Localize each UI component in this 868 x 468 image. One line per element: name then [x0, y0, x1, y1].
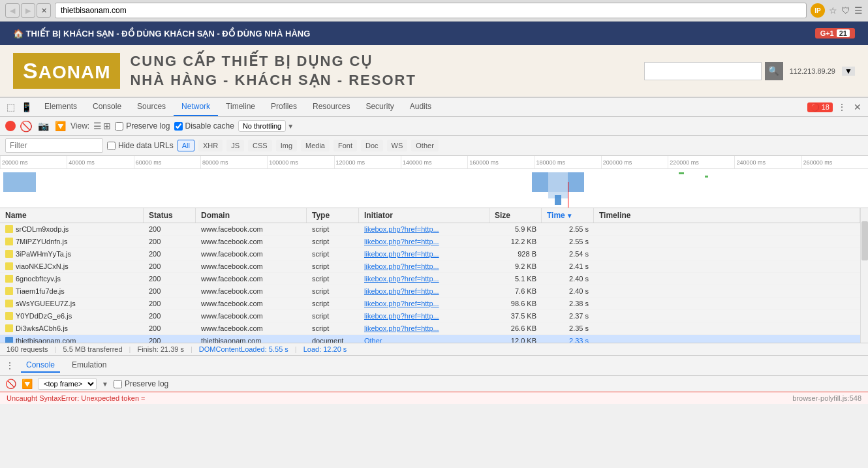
cell-size: 26.6 KB — [489, 322, 542, 334]
filter-other[interactable]: Other — [411, 140, 439, 151]
devtools-left-icons: ⬚ 📱 — [0, 98, 37, 116]
site-search-button[interactable]: 🔍 — [765, 62, 783, 80]
table-row[interactable]: 3iPaWHmYyTa.js 200 www.facebook.com scri… — [0, 248, 860, 260]
table-row[interactable]: thietbisaonam.com 200 thietbisaonam.com … — [0, 335, 860, 343]
timeline-ruler: 20000 ms 40000 ms 60000 ms 80000 ms 1000… — [0, 156, 868, 169]
refresh-button[interactable]: ✕ — [37, 3, 51, 18]
ip-icon[interactable]: IP — [811, 3, 825, 18]
tab-network[interactable]: Network — [174, 98, 218, 116]
col-header-type[interactable]: Type — [307, 208, 359, 223]
filter-input[interactable] — [5, 138, 103, 153]
disable-cache-checkbox[interactable] — [174, 122, 183, 131]
page-scrollbar-top[interactable]: ▼ — [842, 67, 855, 76]
cell-initiator[interactable]: likebox.php?href=http... — [359, 248, 489, 260]
list-view-icon[interactable]: ☰ — [93, 121, 102, 131]
cell-initiator[interactable]: likebox.php?href=http... — [359, 310, 489, 322]
filter-icon[interactable]: 🔽 — [54, 119, 67, 133]
grid-view-icon[interactable]: ⊞ — [103, 121, 111, 131]
cell-initiator[interactable]: likebox.php?href=http... — [359, 273, 489, 285]
site-search-input[interactable] — [644, 62, 762, 80]
col-header-domain[interactable]: Domain — [196, 208, 307, 223]
tab-audits[interactable]: Audits — [402, 98, 439, 116]
cell-initiator[interactable]: likebox.php?href=http... — [359, 236, 489, 247]
tab-profiles[interactable]: Profiles — [263, 98, 305, 116]
filter-media[interactable]: Media — [301, 140, 330, 151]
tab-timeline[interactable]: Timeline — [218, 98, 263, 116]
cell-initiator[interactable]: Other — [359, 335, 489, 343]
cell-type: script — [307, 223, 359, 235]
back-button[interactable]: ◀ — [5, 3, 20, 18]
table-row[interactable]: viaoNKEJCxN.js 200 www.facebook.com scri… — [0, 260, 860, 273]
table-row[interactable]: Di3wksACbh6.js 200 www.facebook.com scri… — [0, 322, 860, 335]
bookmark-icon[interactable]: ☆ — [829, 5, 837, 16]
tab-security[interactable]: Security — [358, 98, 401, 116]
table-row[interactable]: 6gnocbftcyv.js 200 www.facebook.com scri… — [0, 273, 860, 285]
hide-data-urls-checkbox[interactable] — [107, 142, 116, 150]
cell-initiator[interactable]: likebox.php?href=http... — [359, 223, 489, 235]
hide-data-urls-label[interactable]: Hide data URLs — [107, 141, 174, 150]
table-row[interactable]: srCDLm9xodp.js 200 www.facebook.com scri… — [0, 223, 860, 236]
filter-console-icon[interactable]: 🔽 — [22, 379, 33, 389]
col-header-size[interactable]: Size — [489, 208, 542, 223]
cell-initiator[interactable]: likebox.php?href=http... — [359, 260, 489, 272]
more-tools-icon[interactable]: ⋮ — [835, 101, 848, 114]
cell-name: 6gnocbftcyv.js — [0, 273, 144, 285]
console-tab-console[interactable]: Console — [21, 358, 60, 373]
filter-doc[interactable]: Doc — [361, 140, 383, 151]
col-header-name[interactable]: Name — [0, 208, 144, 223]
preserve-log-checkbox[interactable] — [115, 122, 123, 131]
filter-img[interactable]: Img — [276, 140, 297, 151]
shield-icon[interactable]: 🛡 — [841, 5, 850, 16]
console-tab-emulation[interactable]: Emulation — [67, 358, 112, 373]
filter-font[interactable]: Font — [333, 140, 357, 151]
mobile-icon[interactable]: 📱 — [20, 101, 33, 114]
clear-console-icon[interactable]: 🚫 — [5, 379, 16, 389]
cell-type: script — [307, 298, 359, 309]
preserve-log-bottom-label[interactable]: Preserve log — [114, 379, 168, 388]
camera-icon[interactable]: 📷 — [37, 119, 50, 133]
filter-all[interactable]: All — [178, 140, 194, 151]
console-more-icon[interactable]: ⋮ — [5, 360, 14, 371]
cell-initiator[interactable]: likebox.php?href=http... — [359, 285, 489, 297]
col-header-timeline[interactable]: Timeline — [594, 208, 860, 223]
cell-name: 7MiPZYUdnfn.js — [0, 236, 144, 247]
disable-cache-label[interactable]: Disable cache — [174, 121, 234, 131]
menu-icon[interactable]: ☰ — [854, 5, 863, 16]
record-button[interactable] — [5, 121, 16, 131]
cell-initiator[interactable]: likebox.php?href=http... — [359, 298, 489, 309]
preserve-log-bottom-checkbox[interactable] — [114, 380, 122, 388]
cell-domain: thietbisaonam.com — [196, 335, 307, 343]
scrollbar-thumb[interactable] — [861, 221, 868, 260]
filter-ws[interactable]: WS — [387, 140, 408, 151]
address-bar[interactable] — [55, 3, 807, 18]
frame-select[interactable]: <top frame> — [38, 378, 97, 390]
throttle-dropdown[interactable]: No throttling — [238, 120, 286, 132]
table-row[interactable]: Tiaem1fu7de.js 200 www.facebook.com scri… — [0, 285, 860, 298]
cell-timeline — [594, 322, 860, 334]
preserve-log-label[interactable]: Preserve log — [115, 121, 170, 131]
gplus-button[interactable]: G+1 21 — [815, 28, 855, 39]
col-header-status[interactable]: Status — [144, 208, 196, 223]
cell-time: 2.41 s — [542, 260, 594, 272]
filter-xhr[interactable]: XHR — [198, 140, 223, 151]
clear-icon[interactable]: 🚫 — [20, 119, 33, 133]
view-icons: ☰ ⊞ — [93, 121, 111, 131]
website-content: SAONAM CUNG CẤP THIẾT BỊ DỤNG CỤ NHÀ HÀN… — [0, 45, 868, 97]
table-row[interactable]: sWsYGUEEU7Z.js 200 www.facebook.com scri… — [0, 298, 860, 310]
filter-css[interactable]: CSS — [248, 140, 272, 151]
right-scrollbar[interactable] — [860, 208, 868, 343]
filter-js[interactable]: JS — [226, 140, 244, 151]
tab-elements[interactable]: Elements — [37, 98, 85, 116]
tab-sources[interactable]: Sources — [129, 98, 174, 116]
col-header-time[interactable]: Time ▼ — [542, 208, 594, 223]
cell-initiator[interactable]: likebox.php?href=http... — [359, 322, 489, 334]
tab-console[interactable]: Console — [85, 98, 129, 116]
cursor-icon[interactable]: ⬚ — [4, 101, 17, 114]
table-row[interactable]: 7MiPZYUdnfn.js 200 www.facebook.com scri… — [0, 236, 860, 248]
tab-resources[interactable]: Resources — [305, 98, 358, 116]
filter-bar: Hide data URLs All XHR JS CSS Img Media … — [0, 136, 868, 156]
table-row[interactable]: Y0YDdDzG_e6.js 200 www.facebook.com scri… — [0, 310, 860, 322]
col-header-initiator[interactable]: Initiator — [359, 208, 489, 223]
close-devtools-icon[interactable]: ✕ — [851, 101, 864, 114]
forward-button[interactable]: ▶ — [21, 3, 35, 18]
